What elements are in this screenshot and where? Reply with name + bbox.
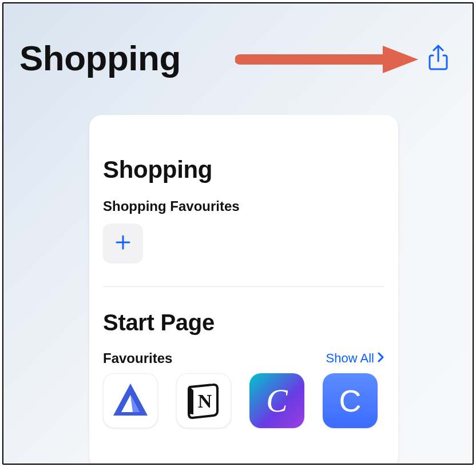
svg-text:N: N xyxy=(198,390,212,412)
coinbase-icon: C xyxy=(339,383,362,418)
notion-icon: N xyxy=(183,379,224,422)
start-page-title: Start Page xyxy=(103,310,384,336)
favourite-app-coinbase[interactable]: C xyxy=(323,373,378,428)
canva-icon: C xyxy=(266,382,287,419)
svg-marker-1 xyxy=(383,46,418,73)
card-title: Shopping xyxy=(103,156,384,183)
favourites-grid: N C C xyxy=(103,373,384,428)
favourites-label: Favourites xyxy=(103,350,172,366)
content-card: Shopping Shopping Favourites Start Page … xyxy=(89,115,398,465)
adobe-icon xyxy=(110,379,151,422)
favourite-app-canva[interactable]: C xyxy=(249,373,304,428)
share-button[interactable] xyxy=(425,42,452,74)
add-favourite-button[interactable] xyxy=(103,223,143,264)
show-all-button[interactable]: Show All xyxy=(326,351,384,366)
page-title: Shopping xyxy=(19,38,181,78)
annotation-arrow xyxy=(235,42,418,77)
section-divider xyxy=(103,286,384,287)
app-frame: Shopping Shopping Shopping Favourites xyxy=(2,2,474,465)
favourite-app-adobe[interactable] xyxy=(103,373,158,428)
favourite-app-notion[interactable]: N xyxy=(176,373,231,428)
shopping-favourites-label: Shopping Favourites xyxy=(103,198,384,214)
share-icon xyxy=(427,43,450,74)
plus-icon xyxy=(114,234,132,253)
chevron-right-icon xyxy=(376,351,384,366)
show-all-label: Show All xyxy=(326,351,374,366)
